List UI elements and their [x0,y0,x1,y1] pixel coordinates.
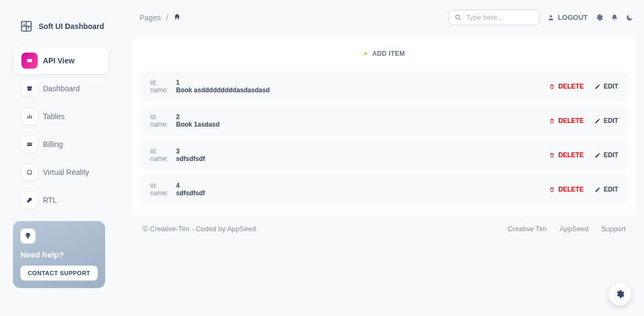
svg-rect-2 [27,60,32,61]
row-name: sdfsdfsdf [176,189,205,197]
sidebar-item-label: Virtual Reality [43,168,89,177]
edit-label: EDIT [604,117,618,124]
name-label: name: [150,121,171,128]
sidebar-item-virtual-reality[interactable]: Virtual Reality [14,159,108,186]
shop-icon [21,80,38,97]
row-id: 4 [176,182,180,189]
row-name: Book asdddddddddasdasdasd [176,86,270,94]
breadcrumb: Pages / [140,13,181,22]
sidebar-item-billing[interactable]: Billing [14,131,108,158]
edit-button[interactable]: EDIT [595,151,618,159]
moon-icon[interactable] [626,14,633,21]
row-id: 1 [176,79,180,86]
pencil-icon [595,118,601,124]
delete-button[interactable]: DELETE [549,83,583,90]
id-label: id: [150,79,171,86]
add-item-label: ADD ITEM [372,50,405,57]
svg-rect-3 [27,116,28,119]
home-icon[interactable] [173,13,181,22]
svg-rect-5 [31,116,32,119]
items-card: +ADD ITEM id:1name:Book asdddddddddasdas… [132,35,636,215]
edit-label: EDIT [604,83,618,90]
logout-label: LOGOUT [558,13,588,21]
sidebar-item-label: API View [43,56,75,65]
help-title: Need help? [20,250,98,259]
table-row: id:2name:Book 1asdasdDELETEEDIT [141,106,628,136]
sidebar-item-api-view[interactable]: API View [14,47,108,74]
id-label: id: [150,148,171,155]
trash-icon [549,152,555,158]
svg-rect-4 [29,115,30,119]
svg-point-10 [550,15,552,17]
search-icon [455,14,462,21]
delete-button[interactable]: DELETE [549,151,583,159]
delete-label: DELETE [558,151,583,159]
footer-copyright: © Creative-Tim - Coded by AppSeed. [143,225,258,233]
id-label: id: [150,113,171,121]
delete-button[interactable]: DELETE [549,186,583,193]
footer-link-creative-tim[interactable]: Creative Tim [508,225,547,233]
trash-icon [549,84,555,90]
footer-link-appseed[interactable]: AppSeed [560,225,589,233]
svg-rect-1 [27,59,32,62]
name-label: name: [150,86,171,94]
row-id: 2 [176,113,180,121]
trash-icon [549,187,555,193]
search-input[interactable] [466,13,534,21]
pencil-icon [595,152,601,158]
edit-button[interactable]: EDIT [595,186,618,193]
sidebar-item-tables[interactable]: Tables [14,103,108,130]
tools-icon [21,192,38,208]
user-icon [547,14,554,21]
breadcrumb-sep: / [166,13,169,22]
breadcrumb-root[interactable]: Pages [140,13,161,22]
edit-label: EDIT [604,151,618,159]
name-label: name: [150,155,171,163]
edit-button[interactable]: EDIT [595,83,618,90]
sidebar-item-label: Dashboard [43,84,80,93]
cube-icon [21,164,38,180]
search-input-wrapper[interactable] [449,10,540,25]
card-icon [21,53,38,69]
brand-logo-icon [19,19,33,33]
table-row: id:3name:sdfsdfsdfDELETEEDIT [141,140,628,170]
brand[interactable]: Soft UI Dashboard [9,9,114,46]
pencil-icon [595,84,601,90]
chart-icon [21,108,38,124]
edit-button[interactable]: EDIT [595,117,618,124]
footer: © Creative-Tim - Coded by AppSeed. Creat… [132,215,636,242]
sidebar-item-rtl[interactable]: RTL [14,187,108,214]
plus-icon: + [363,49,368,57]
add-item-button[interactable]: +ADD ITEM [363,50,405,57]
gear-icon [615,289,625,299]
footer-link-support[interactable]: Support [601,225,626,233]
pencil-icon [595,187,601,193]
name-label: name: [150,189,171,197]
row-id: 3 [176,148,180,155]
gear-icon[interactable] [595,13,603,21]
settings-fab[interactable] [609,283,631,305]
delete-label: DELETE [558,83,583,90]
row-name: Book 1asdasd [176,121,219,128]
table-row: id:4name:sdfsdfsdfDELETEEDIT [141,174,628,204]
id-label: id: [150,182,171,189]
contact-support-button[interactable]: CONTACT SUPPORT [20,266,98,281]
brand-title: Soft UI Dashboard [39,22,104,31]
sidebar-item-label: RTL [43,196,57,204]
credit-card-icon [21,136,38,152]
trash-icon [549,118,555,124]
delete-label: DELETE [558,186,583,193]
sidebar-item-label: Tables [43,112,64,121]
svg-rect-7 [27,144,32,144]
delete-label: DELETE [558,117,583,124]
logout-button[interactable]: LOGOUT [547,13,588,21]
svg-point-9 [456,15,460,19]
edit-label: EDIT [604,186,618,193]
sidebar-item-label: Billing [43,140,63,149]
help-card: Need help? CONTACT SUPPORT [13,221,105,288]
sidebar-item-dashboard[interactable]: Dashboard [14,75,108,102]
row-name: sdfsdfsdf [176,155,205,163]
bell-icon[interactable] [611,14,618,21]
diamond-icon [20,229,35,244]
delete-button[interactable]: DELETE [549,117,583,124]
